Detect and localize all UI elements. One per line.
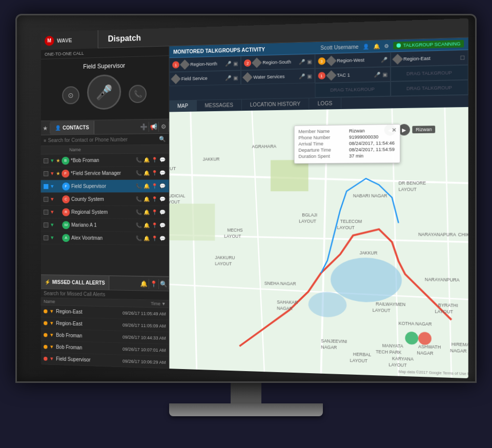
contact-location-icon[interactable]: 📍 bbox=[151, 170, 158, 176]
contact-bell-icon[interactable]: 🔔 bbox=[143, 157, 150, 162]
missed-calls-bell-button[interactable]: 🔔 bbox=[139, 278, 149, 289]
contact-checkbox[interactable] bbox=[44, 158, 48, 164]
contact-row[interactable]: ▼ R Regional System 📞 🔔 📍 💬 bbox=[41, 206, 169, 219]
contact-msg-icon[interactable]: 💬 bbox=[159, 236, 166, 241]
missed-calls-search-button[interactable]: 🔍 bbox=[159, 279, 169, 289]
popup-close-button[interactable]: ✕ bbox=[392, 127, 396, 133]
contact-location-icon[interactable]: 📍 bbox=[151, 236, 158, 241]
talkgroup-region-west[interactable]: 3 Region-West 🎤 bbox=[315, 52, 391, 68]
contact-location-icon[interactable]: 📍 bbox=[151, 222, 158, 228]
missed-calls-search-input[interactable] bbox=[44, 291, 166, 298]
talkgroup-tac1[interactable]: 1 TAC 1 🎤 ▣ bbox=[315, 67, 391, 83]
tab-location-history[interactable]: LOCATION HISTORY bbox=[242, 98, 310, 110]
talkgroup-region-south[interactable]: 2 Region-South 🎤 ▣ bbox=[241, 54, 315, 70]
contact-bell-icon[interactable]: 🔔 bbox=[143, 184, 150, 189]
filter-icon: ≡ bbox=[44, 138, 46, 143]
contact-location-icon[interactable]: 📍 bbox=[151, 157, 158, 162]
contact-phone-icon[interactable]: 📞 bbox=[135, 196, 142, 202]
contact-msg-icon[interactable]: 💬 bbox=[159, 170, 166, 176]
missed-calls-location-button[interactable]: 📍 bbox=[149, 279, 159, 289]
contact-bell-icon[interactable]: 🔔 bbox=[143, 222, 150, 228]
contact-bell-icon[interactable]: 🔔 bbox=[143, 170, 150, 176]
broadcast-button[interactable]: 📢 bbox=[149, 121, 159, 132]
tg-diamond-icon bbox=[252, 58, 262, 68]
contact-checkbox[interactable] bbox=[44, 235, 48, 240]
contact-bell-icon[interactable]: 🔔 bbox=[143, 196, 150, 202]
svg-text:LAYOUT: LAYOUT bbox=[299, 218, 316, 223]
contact-msg-icon[interactable]: 💬 bbox=[159, 157, 166, 162]
talkgroup-region-east[interactable]: Region-East ☐ bbox=[391, 50, 468, 67]
scanning-badge: TALKGROUP SCANNING bbox=[394, 40, 464, 49]
missed-calls-tab[interactable]: ⚡ MISSED CALL ALERTS bbox=[41, 275, 110, 290]
contact-bell-icon[interactable]: 🔔 bbox=[143, 210, 150, 215]
tab-messages[interactable]: MESSAGES bbox=[197, 99, 242, 111]
contact-msg-icon[interactable]: 💬 bbox=[159, 210, 166, 215]
contact-phone-icon[interactable]: 📞 bbox=[135, 235, 142, 241]
contacts-search-input[interactable] bbox=[48, 136, 157, 143]
contact-name: *Field Service Manager bbox=[71, 170, 134, 176]
contact-actions: 📞 🔔 📍 💬 bbox=[135, 183, 166, 189]
contact-phone-icon[interactable]: 📞 bbox=[135, 222, 142, 228]
contact-checkbox[interactable] bbox=[44, 210, 48, 215]
tg-signal-icon: ▣ bbox=[233, 60, 238, 66]
svg-text:SAHAKAR: SAHAKAR bbox=[277, 299, 298, 305]
end-call-button[interactable]: 📞 bbox=[129, 85, 147, 103]
contact-phone-icon[interactable]: 📞 bbox=[135, 170, 142, 176]
tab-logs[interactable]: LOGS bbox=[309, 98, 341, 109]
talkgroup-region-north[interactable]: 1 Region-North 🎤 ▣ bbox=[169, 56, 241, 72]
contact-row[interactable]: ▼ M Mariano A 1 📞 🔔 📍 💬 bbox=[41, 218, 169, 232]
contact-phone-icon[interactable]: 📞 bbox=[135, 210, 142, 215]
tg-diamond-icon bbox=[171, 74, 180, 84]
missed-dot bbox=[44, 309, 47, 313]
drag-talkgroup-zone[interactable]: DRAG TALKGROUP bbox=[391, 65, 468, 82]
volume-button[interactable]: ⊙ bbox=[62, 86, 79, 104]
svg-text:LAYOUT: LAYOUT bbox=[169, 199, 180, 205]
main-content: ONE-TO-ONE CALL Field Supervisor ⊙ 🎤 bbox=[41, 37, 468, 378]
talkgroup-water-services[interactable]: Water Services 🎤 ▣ bbox=[241, 69, 315, 85]
settings-contacts-button[interactable]: ⚙ bbox=[159, 121, 169, 132]
contact-location-icon[interactable]: 📍 bbox=[151, 196, 158, 202]
contact-row[interactable]: ▼ C County System 📞 🔔 📍 💬 bbox=[41, 193, 169, 206]
contact-location-icon[interactable]: 📍 bbox=[151, 210, 158, 215]
settings-icon[interactable]: ⚙ bbox=[384, 43, 389, 49]
contact-row[interactable]: ▼ A Alex Voortman 📞 🔔 📍 💬 bbox=[41, 231, 169, 245]
drag-talkgroup-zone-3[interactable]: DRAG TALKGROUP bbox=[391, 80, 468, 96]
contact-msg-icon[interactable]: 💬 bbox=[159, 183, 166, 189]
play-button[interactable]: ▶ bbox=[398, 124, 410, 136]
contact-phone-icon[interactable]: 📞 bbox=[135, 157, 142, 163]
missed-status-icon: ▼ bbox=[49, 344, 54, 350]
contact-checkbox[interactable] bbox=[44, 171, 48, 176]
notifications-icon[interactable]: 🔔 bbox=[374, 43, 380, 49]
contact-phone-icon[interactable]: 📞 bbox=[135, 184, 142, 189]
contact-actions: 📞 🔔 📍 💬 bbox=[135, 170, 166, 176]
contact-checkbox[interactable] bbox=[44, 197, 48, 202]
missed-calls-list: ▼ Region-East 09/26/17 11:05:49 AM ▼ Reg… bbox=[41, 306, 169, 369]
star-filter-button[interactable]: ★ bbox=[41, 123, 50, 133]
tg-diamond-icon bbox=[242, 72, 253, 83]
add-contact-button[interactable]: ➕ bbox=[139, 121, 149, 132]
tg-diamond-icon bbox=[180, 59, 190, 70]
svg-text:DR BENORE: DR BENORE bbox=[399, 180, 426, 186]
drag-talkgroup-zone-2[interactable]: DRAG TALKGROUP bbox=[315, 82, 391, 98]
svg-text:NARAYANAPURA: NARAYANAPURA bbox=[418, 232, 456, 237]
svg-text:KOTHA NAGAR: KOTHA NAGAR bbox=[399, 321, 432, 327]
search-icon: 🔍 bbox=[159, 136, 166, 142]
tg-mic-icon: 🎤 bbox=[225, 60, 231, 66]
motorola-logo: M bbox=[45, 35, 54, 46]
contact-location-icon[interactable]: 📍 bbox=[151, 183, 158, 189]
contact-row[interactable]: ▼ ★ B *Bob Froman 📞 🔔 📍 💬 bbox=[41, 153, 169, 167]
contact-checkbox[interactable] bbox=[44, 184, 48, 189]
talkgroup-grid: 1 Region-North 🎤 ▣ 2 Region-South 🎤 bbox=[169, 50, 468, 100]
tab-map[interactable]: MAP bbox=[169, 100, 196, 112]
contact-checkbox[interactable] bbox=[44, 222, 48, 228]
contact-msg-icon[interactable]: 💬 bbox=[159, 222, 166, 228]
talkgroup-field-service[interactable]: Field Service 🎤 ▣ bbox=[169, 70, 241, 86]
contact-bell-icon[interactable]: 🔔 bbox=[143, 236, 150, 241]
svg-text:SNEHA NAGAR: SNEHA NAGAR bbox=[264, 280, 296, 286]
contact-row[interactable]: ▼ F Field Supervisor 📞 🔔 📍 💬 bbox=[41, 180, 169, 193]
tg-badge-2: 2 bbox=[244, 59, 251, 67]
contact-row[interactable]: ▼ ★ F *Field Service Manager 📞 🔔 📍 💬 bbox=[41, 167, 169, 180]
contacts-tab[interactable]: 👤 CONTACTS bbox=[50, 120, 94, 134]
svg-text:NARAYANPURA: NARAYANPURA bbox=[425, 276, 460, 282]
contact-msg-icon[interactable]: 💬 bbox=[159, 196, 166, 202]
